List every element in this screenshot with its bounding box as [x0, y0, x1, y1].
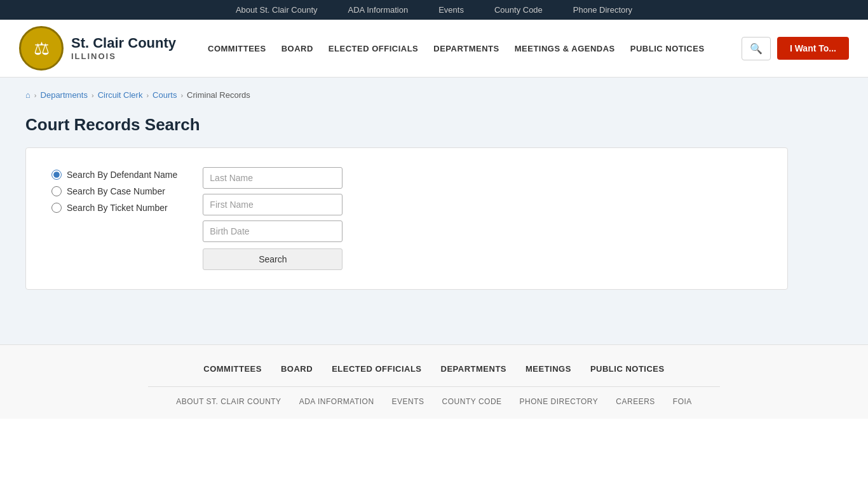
logo-link[interactable]: ⚖ St. Clair County ILLINOIS — [19, 26, 176, 71]
breadcrumb-circuit-clerk[interactable]: Circuit Clerk — [98, 90, 143, 100]
header-actions: 🔍 I Want To... — [742, 37, 849, 60]
radio-defendant-input[interactable] — [51, 170, 62, 180]
footer-careers[interactable]: CAREERS — [616, 397, 655, 406]
footer-county-code[interactable]: COUNTY CODE — [442, 397, 502, 406]
header: ⚖ St. Clair County ILLINOIS COMMITTEES B… — [0, 20, 868, 78]
breadcrumb-sep-1: › — [34, 92, 37, 99]
footer-bottom-nav: ABOUT ST. CLAIR COUNTY ADA INFORMATION E… — [25, 397, 843, 406]
nav-public-notices[interactable]: PUBLIC NOTICES — [624, 39, 711, 58]
footer-divider — [148, 386, 720, 387]
logo-icon: ⚖ — [19, 26, 64, 71]
footer-nav-board[interactable]: BOARD — [281, 364, 313, 374]
i-want-button[interactable]: I Want To... — [777, 37, 849, 60]
nav-departments[interactable]: DEPARTMENTS — [427, 39, 505, 58]
radio-defendant-name[interactable]: Search By Defendant Name — [51, 170, 177, 180]
footer-nav-public-notices[interactable]: PUBLIC NOTICES — [590, 364, 665, 374]
breadcrumb-courts[interactable]: Courts — [153, 90, 177, 100]
first-name-input[interactable] — [203, 194, 342, 215]
search-form: Search By Defendant Name Search By Case … — [51, 167, 762, 270]
last-name-input[interactable] — [203, 167, 342, 189]
content-area: ⌂ › Departments › Circuit Clerk › Courts… — [0, 78, 868, 344]
footer-about[interactable]: ABOUT ST. CLAIR COUNTY — [176, 397, 281, 406]
page-title: Court Records Search — [25, 115, 843, 135]
footer-foia[interactable]: FOIA — [673, 397, 692, 406]
footer-nav-elected[interactable]: ELECTED OFFICIALS — [332, 364, 421, 374]
radio-ticket-label: Search By Ticket Number — [67, 203, 168, 213]
search-submit-button[interactable]: Search — [203, 248, 342, 270]
radio-ticket-number[interactable]: Search By Ticket Number — [51, 203, 177, 213]
radio-defendant-label: Search By Defendant Name — [67, 170, 177, 180]
nav-meetings[interactable]: MEETINGS & AGENDAS — [508, 39, 621, 58]
breadcrumb-current: Criminal Records — [187, 90, 250, 100]
breadcrumb-sep-3: › — [146, 92, 149, 99]
nav-committees[interactable]: COMMITTEES — [201, 39, 273, 58]
radio-case-number[interactable]: Search By Case Number — [51, 186, 177, 196]
search-type-group: Search By Defendant Name Search By Case … — [51, 167, 177, 213]
breadcrumb-home[interactable]: ⌂ — [25, 90, 31, 100]
footer-events[interactable]: EVENTS — [392, 397, 424, 406]
radio-case-label: Search By Case Number — [67, 186, 165, 196]
topbar-link-phone[interactable]: Phone Directory — [573, 5, 632, 15]
radio-case-input[interactable] — [51, 186, 62, 196]
topbar-link-about[interactable]: About St. Clair County — [236, 5, 318, 15]
county-name: St. Clair County — [71, 35, 176, 51]
footer-nav-meetings[interactable]: MEETINGS — [526, 364, 571, 374]
breadcrumb: ⌂ › Departments › Circuit Clerk › Courts… — [25, 90, 843, 100]
main-nav: COMMITTEES BOARD ELECTED OFFICIALS DEPAR… — [201, 39, 729, 58]
footer-nav: COMMITTEES BOARD ELECTED OFFICIALS DEPAR… — [25, 364, 843, 374]
breadcrumb-sep-4: › — [180, 92, 183, 99]
breadcrumb-departments[interactable]: Departments — [41, 90, 88, 100]
topbar-link-events[interactable]: Events — [438, 5, 464, 15]
search-icon-button[interactable]: 🔍 — [742, 37, 771, 60]
topbar-link-ada[interactable]: ADA Information — [348, 5, 409, 15]
state-name: ILLINOIS — [71, 51, 176, 62]
footer-nav-departments[interactable]: DEPARTMENTS — [441, 364, 506, 374]
search-box: Search By Defendant Name Search By Case … — [25, 147, 788, 290]
topbar-link-county-code[interactable]: County Code — [494, 5, 543, 15]
footer-nav-committees[interactable]: COMMITTEES — [203, 364, 262, 374]
top-bar: About St. Clair County ADA Information E… — [0, 0, 868, 20]
fields-group: Search — [203, 167, 342, 270]
nav-elected[interactable]: ELECTED OFFICIALS — [322, 39, 424, 58]
nav-board[interactable]: BOARD — [275, 39, 320, 58]
footer: COMMITTEES BOARD ELECTED OFFICIALS DEPAR… — [0, 344, 868, 419]
footer-ada[interactable]: ADA INFORMATION — [299, 397, 374, 406]
footer-phone-directory[interactable]: PHONE DIRECTORY — [520, 397, 599, 406]
breadcrumb-sep-2: › — [92, 92, 94, 99]
radio-ticket-input[interactable] — [51, 203, 62, 213]
birth-date-input[interactable] — [203, 220, 342, 242]
